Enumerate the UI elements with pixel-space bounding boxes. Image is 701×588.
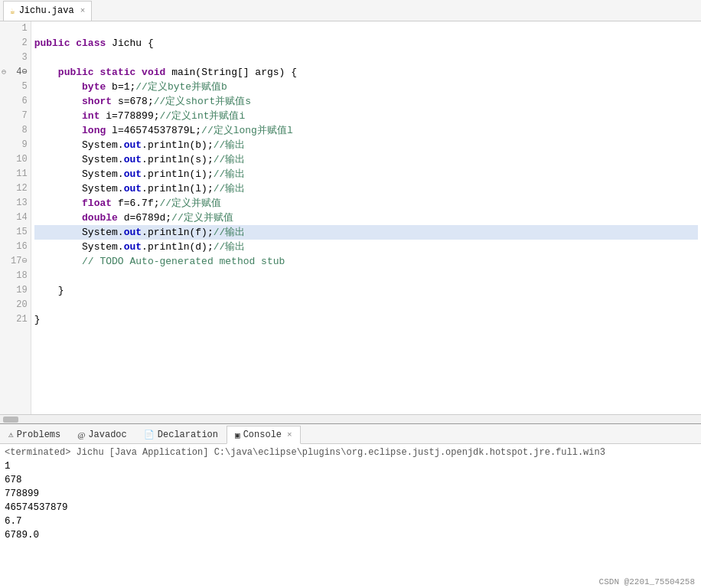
editor-area: 1 2 3 4⊖ 5 6 7 8 9 10 11 12 13 14 15 16 … (0, 21, 701, 423)
console-icon: ▣ (235, 430, 240, 440)
java-tab-icon: ☕ (10, 6, 15, 16)
console-line-1: 1 (5, 459, 696, 473)
code-line-17: // TODO Auto-generated method stub (34, 254, 698, 269)
scrollbar-thumb (3, 416, 18, 423)
console-output: 1 678 778899 46574537879 6.7 6789.0 (5, 459, 696, 542)
console-terminated-line: <terminated> Jichu [Java Application] C:… (5, 447, 696, 458)
code-line-8: long l=46574537879L;//定义long并赋值l (34, 123, 698, 138)
bottom-tabs-bar: ⚠ Problems @ Javadoc 📄 Declaration ▣ Con… (0, 424, 701, 444)
bottom-panel: ⚠ Problems @ Javadoc 📄 Declaration ▣ Con… (0, 423, 701, 588)
javadoc-icon: @ (77, 430, 85, 439)
tab-close-icon[interactable]: × (80, 6, 86, 15)
declaration-label: Declaration (158, 430, 218, 440)
code-line-2: public class Jichu { (34, 36, 698, 51)
problems-label: Problems (17, 430, 61, 440)
watermark: CSDN @2201_75504258 (599, 577, 695, 586)
tab-problems[interactable]: ⚠ Problems (0, 425, 69, 443)
declaration-icon: 📄 (144, 430, 155, 439)
code-line-3 (34, 51, 698, 65)
code-line-5: byte b=1;//定义byte并赋值b (34, 80, 698, 94)
code-line-18 (34, 269, 698, 283)
code-line-21: } (34, 312, 698, 327)
code-line-14: double d=6789d;//定义并赋值 (34, 211, 698, 225)
code-content[interactable]: public class Jichu { public static void … (31, 21, 701, 414)
console-content: <terminated> Jichu [Java Application] C:… (0, 444, 701, 576)
tab-javadoc[interactable]: @ Javadoc (69, 425, 135, 443)
tab-declaration[interactable]: 📄 Declaration (135, 425, 227, 443)
code-line-20 (34, 298, 698, 312)
code-line-4: public static void main(String[] args) { (34, 65, 698, 80)
code-line-1 (34, 21, 698, 36)
tab-bar: ☕ Jichu.java × (0, 0, 701, 21)
code-line-11: System.out.println(i);//输出 (34, 167, 698, 181)
problems-icon: ⚠ (8, 430, 14, 439)
console-line-2: 678 (5, 473, 696, 487)
console-line-6: 6789.0 (5, 528, 696, 542)
code-container: 1 2 3 4⊖ 5 6 7 8 9 10 11 12 13 14 15 16 … (0, 21, 701, 414)
code-line-15: System.out.println(f);//输出 (34, 225, 698, 240)
code-line-7: int i=778899;//定义int并赋值i (34, 109, 698, 123)
code-line-9: System.out.println(b);//输出 (34, 138, 698, 152)
console-line-5: 6.7 (5, 514, 696, 528)
line-numbers: 1 2 3 4⊖ 5 6 7 8 9 10 11 12 13 14 15 16 … (0, 21, 31, 414)
code-line-16: System.out.println(d);//输出 (34, 240, 698, 254)
console-label: Console (243, 430, 282, 440)
console-line-4: 46574537879 (5, 501, 696, 514)
tab-label: Jichu.java (19, 5, 74, 16)
editor-scrollbar[interactable] (0, 414, 701, 423)
editor-tab[interactable]: ☕ Jichu.java × (3, 1, 92, 21)
code-line-19: } (34, 283, 698, 298)
console-footer: CSDN @2201_75504258 (0, 576, 701, 588)
console-line-3: 778899 (5, 487, 696, 501)
tab-console[interactable]: ▣ Console × (227, 426, 301, 444)
code-line-13: float f=6.7f;//定义并赋值 (34, 196, 698, 211)
code-line-10: System.out.println(s);//输出 (34, 152, 698, 167)
console-tab-close[interactable]: × (287, 430, 292, 439)
javadoc-label: Javadoc (88, 430, 126, 440)
code-line-6: short s=678;//定义short并赋值s (34, 94, 698, 109)
code-line-12: System.out.println(l);//输出 (34, 181, 698, 196)
